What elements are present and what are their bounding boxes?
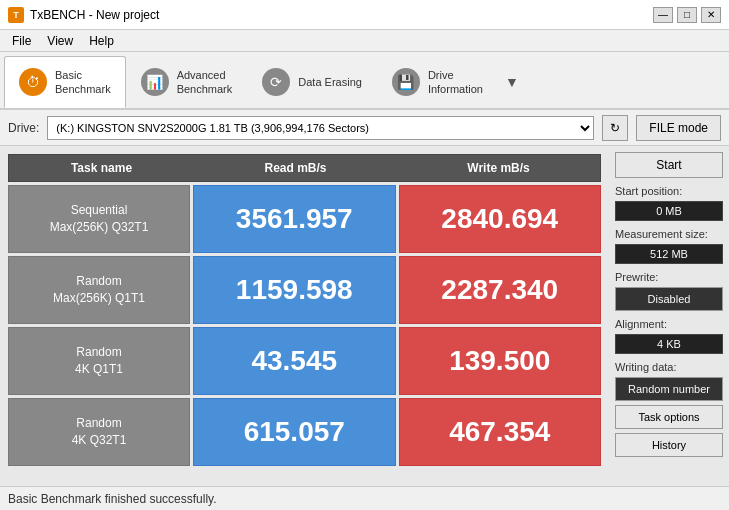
history-button[interactable]: History [615, 433, 723, 457]
bench-name-sequential: SequentialMax(256K) Q32T1 [8, 185, 190, 253]
right-panel: Start Start position: 0 MB Measurement s… [609, 146, 729, 486]
task-options-button[interactable]: Task options [615, 405, 723, 429]
toolbar-dropdown-arrow[interactable]: ▼ [498, 74, 526, 90]
data-erasing-label: Data Erasing [298, 75, 362, 89]
status-text: Basic Benchmark finished successfully. [8, 492, 217, 506]
bench-read-random-max: 1159.598 [193, 256, 396, 324]
advanced-benchmark-label: AdvancedBenchmark [177, 68, 233, 97]
writing-data-label: Writing data: [615, 361, 723, 373]
bench-header: Task name Read mB/s Write mB/s [8, 154, 601, 182]
benchmark-area: Task name Read mB/s Write mB/s Sequentia… [0, 146, 609, 486]
basic-benchmark-label: BasicBenchmark [55, 68, 111, 97]
start-position-value: 0 MB [615, 201, 723, 221]
main-area: Task name Read mB/s Write mB/s Sequentia… [0, 146, 729, 486]
bench-name-random-4k: Random4K Q1T1 [8, 327, 190, 395]
menu-file[interactable]: File [4, 32, 39, 50]
status-bar: Basic Benchmark finished successfully. [0, 486, 729, 510]
toolbar-data-erasing[interactable]: ⟳ Data Erasing [247, 56, 377, 108]
app-icon: T [8, 7, 24, 23]
data-erasing-icon: ⟳ [262, 68, 290, 96]
bench-write-sequential: 2840.694 [399, 185, 602, 253]
prewrite-label: Prewrite: [615, 271, 723, 283]
bench-name-random-4k-q32: Random4K Q32T1 [8, 398, 190, 466]
writing-data-value[interactable]: Random number [615, 377, 723, 401]
bench-row-random-4k: Random4K Q1T1 43.545 139.500 [8, 327, 601, 395]
header-task-name: Task name [9, 161, 194, 175]
toolbar: ⏱ BasicBenchmark 📊 AdvancedBenchmark ⟳ D… [0, 52, 729, 110]
alignment-label: Alignment: [615, 318, 723, 330]
header-read: Read mB/s [194, 161, 397, 175]
alignment-value: 4 KB [615, 334, 723, 354]
advanced-benchmark-icon: 📊 [141, 68, 169, 96]
menu-help[interactable]: Help [81, 32, 122, 50]
menu-bar: File View Help [0, 30, 729, 52]
prewrite-value[interactable]: Disabled [615, 287, 723, 311]
bench-write-random-4k: 139.500 [399, 327, 602, 395]
bench-write-random-max: 2287.340 [399, 256, 602, 324]
measurement-size-label: Measurement size: [615, 228, 723, 240]
header-write: Write mB/s [397, 161, 600, 175]
basic-benchmark-icon: ⏱ [19, 68, 47, 96]
bench-row-random-4k-q32: Random4K Q32T1 615.057 467.354 [8, 398, 601, 466]
start-button[interactable]: Start [615, 152, 723, 178]
menu-view[interactable]: View [39, 32, 81, 50]
minimize-button[interactable]: — [653, 7, 673, 23]
close-button[interactable]: ✕ [701, 7, 721, 23]
drive-select[interactable]: (K:) KINGSTON SNV2S2000G 1.81 TB (3,906,… [47, 116, 594, 140]
drive-row: Drive: (K:) KINGSTON SNV2S2000G 1.81 TB … [0, 110, 729, 146]
window-title: TxBENCH - New project [30, 8, 653, 22]
bench-read-sequential: 3561.957 [193, 185, 396, 253]
bench-row-sequential: SequentialMax(256K) Q32T1 3561.957 2840.… [8, 185, 601, 253]
bench-row-random-max: RandomMax(256K) Q1T1 1159.598 2287.340 [8, 256, 601, 324]
drive-information-label: DriveInformation [428, 68, 483, 97]
drive-refresh-button[interactable]: ↻ [602, 115, 628, 141]
bench-read-random-4k: 43.545 [193, 327, 396, 395]
maximize-button[interactable]: □ [677, 7, 697, 23]
measurement-size-value: 512 MB [615, 244, 723, 264]
toolbar-basic-benchmark[interactable]: ⏱ BasicBenchmark [4, 56, 126, 108]
bench-write-random-4k-q32: 467.354 [399, 398, 602, 466]
bench-read-random-4k-q32: 615.057 [193, 398, 396, 466]
toolbar-drive-information[interactable]: 💾 DriveInformation [377, 56, 498, 108]
drive-information-icon: 💾 [392, 68, 420, 96]
toolbar-advanced-benchmark[interactable]: 📊 AdvancedBenchmark [126, 56, 248, 108]
start-position-label: Start position: [615, 185, 723, 197]
bench-name-random-max: RandomMax(256K) Q1T1 [8, 256, 190, 324]
file-mode-button[interactable]: FILE mode [636, 115, 721, 141]
drive-label: Drive: [8, 121, 39, 135]
window-controls: — □ ✕ [653, 7, 721, 23]
title-bar: T TxBENCH - New project — □ ✕ [0, 0, 729, 30]
